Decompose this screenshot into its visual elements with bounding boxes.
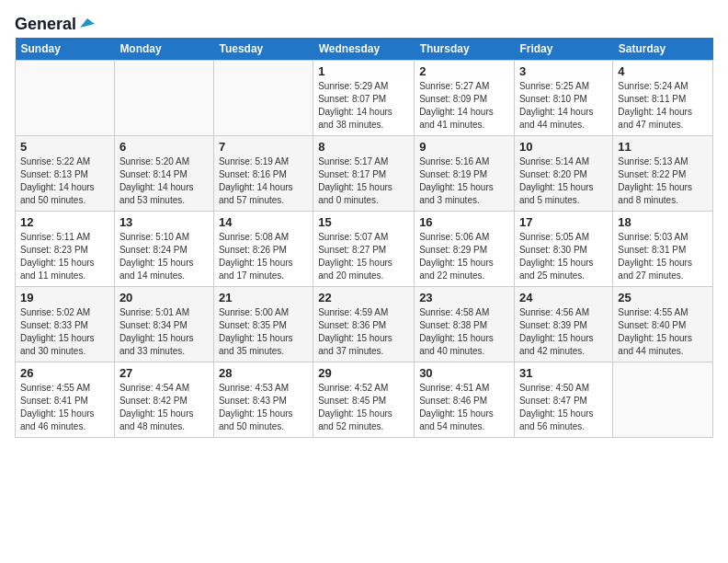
day-info: Sunrise: 5:01 AM Sunset: 8:34 PM Dayligh…: [119, 306, 209, 358]
day-number: 29: [318, 366, 409, 380]
calendar-cell: 22Sunrise: 4:59 AM Sunset: 8:36 PM Dayli…: [313, 287, 415, 362]
calendar-cell: 30Sunrise: 4:51 AM Sunset: 8:46 PM Dayli…: [415, 362, 515, 438]
day-number: 6: [119, 140, 209, 154]
day-info: Sunrise: 5:03 AM Sunset: 8:31 PM Dayligh…: [618, 231, 708, 282]
calendar-cell: 7Sunrise: 5:19 AM Sunset: 8:16 PM Daylig…: [213, 136, 313, 212]
calendar-cell: 2Sunrise: 5:27 AM Sunset: 8:09 PM Daylig…: [415, 61, 515, 136]
day-info: Sunrise: 4:58 AM Sunset: 8:38 PM Dayligh…: [419, 306, 509, 358]
logo: General: [15, 15, 95, 30]
logo-text-general: General: [15, 15, 76, 34]
day-header-thursday: Thursday: [415, 38, 515, 61]
day-header-wednesday: Wednesday: [313, 38, 415, 61]
day-number: 31: [519, 366, 608, 380]
calendar-cell: [114, 61, 213, 136]
calendar-week-1: 1Sunrise: 5:29 AM Sunset: 8:07 PM Daylig…: [16, 61, 713, 136]
day-header-sunday: Sunday: [16, 38, 115, 61]
calendar-week-4: 19Sunrise: 5:02 AM Sunset: 8:33 PM Dayli…: [16, 287, 713, 362]
calendar-cell: 26Sunrise: 4:55 AM Sunset: 8:41 PM Dayli…: [16, 362, 115, 438]
day-info: Sunrise: 5:29 AM Sunset: 8:07 PM Dayligh…: [318, 80, 409, 132]
calendar-cell: 18Sunrise: 5:03 AM Sunset: 8:31 PM Dayli…: [613, 212, 713, 287]
day-info: Sunrise: 5:07 AM Sunset: 8:27 PM Dayligh…: [318, 231, 409, 282]
day-number: 2: [419, 64, 509, 78]
day-info: Sunrise: 5:10 AM Sunset: 8:24 PM Dayligh…: [119, 231, 209, 282]
calendar-cell: 3Sunrise: 5:25 AM Sunset: 8:10 PM Daylig…: [514, 61, 612, 136]
calendar-cell: [213, 61, 313, 136]
day-info: Sunrise: 4:52 AM Sunset: 8:45 PM Dayligh…: [318, 382, 409, 433]
day-info: Sunrise: 5:14 AM Sunset: 8:20 PM Dayligh…: [519, 155, 608, 207]
calendar-cell: 24Sunrise: 4:56 AM Sunset: 8:39 PM Dayli…: [514, 287, 612, 362]
day-info: Sunrise: 4:55 AM Sunset: 8:41 PM Dayligh…: [20, 382, 109, 433]
calendar-cell: 10Sunrise: 5:14 AM Sunset: 8:20 PM Dayli…: [514, 136, 612, 212]
calendar-cell: 29Sunrise: 4:52 AM Sunset: 8:45 PM Dayli…: [313, 362, 415, 438]
day-number: 23: [419, 291, 509, 304]
day-info: Sunrise: 5:17 AM Sunset: 8:17 PM Dayligh…: [318, 155, 409, 207]
day-header-saturday: Saturday: [613, 38, 713, 61]
day-number: 15: [318, 215, 409, 229]
day-number: 5: [20, 140, 109, 154]
day-number: 3: [519, 64, 608, 78]
calendar-cell: 5Sunrise: 5:22 AM Sunset: 8:13 PM Daylig…: [16, 136, 115, 212]
calendar-cell: 28Sunrise: 4:53 AM Sunset: 8:43 PM Dayli…: [213, 362, 313, 438]
calendar-cell: 19Sunrise: 5:02 AM Sunset: 8:33 PM Dayli…: [16, 287, 115, 362]
calendar-cell: 6Sunrise: 5:20 AM Sunset: 8:14 PM Daylig…: [114, 136, 213, 212]
day-number: 25: [618, 291, 708, 304]
calendar-cell: 13Sunrise: 5:10 AM Sunset: 8:24 PM Dayli…: [114, 212, 213, 287]
day-number: 22: [318, 291, 409, 304]
day-info: Sunrise: 5:16 AM Sunset: 8:19 PM Dayligh…: [419, 155, 509, 207]
day-info: Sunrise: 5:27 AM Sunset: 8:09 PM Dayligh…: [419, 80, 509, 132]
day-number: 28: [219, 366, 308, 380]
day-info: Sunrise: 5:11 AM Sunset: 8:23 PM Dayligh…: [20, 231, 109, 282]
day-number: 13: [119, 215, 209, 229]
calendar-cell: 8Sunrise: 5:17 AM Sunset: 8:17 PM Daylig…: [313, 136, 415, 212]
calendar-week-3: 12Sunrise: 5:11 AM Sunset: 8:23 PM Dayli…: [16, 212, 713, 287]
logo-icon: [78, 17, 95, 29]
calendar-cell: 21Sunrise: 5:00 AM Sunset: 8:35 PM Dayli…: [213, 287, 313, 362]
calendar-cell: [613, 362, 713, 438]
day-info: Sunrise: 4:53 AM Sunset: 8:43 PM Dayligh…: [219, 382, 308, 433]
day-info: Sunrise: 5:24 AM Sunset: 8:11 PM Dayligh…: [618, 80, 708, 132]
day-info: Sunrise: 5:19 AM Sunset: 8:16 PM Dayligh…: [219, 155, 308, 207]
day-info: Sunrise: 4:55 AM Sunset: 8:40 PM Dayligh…: [618, 306, 708, 358]
day-info: Sunrise: 5:08 AM Sunset: 8:26 PM Dayligh…: [219, 231, 308, 282]
day-info: Sunrise: 4:54 AM Sunset: 8:42 PM Dayligh…: [119, 382, 209, 433]
calendar-cell: 27Sunrise: 4:54 AM Sunset: 8:42 PM Dayli…: [114, 362, 213, 438]
day-info: Sunrise: 4:59 AM Sunset: 8:36 PM Dayligh…: [318, 306, 409, 358]
calendar-cell: 14Sunrise: 5:08 AM Sunset: 8:26 PM Dayli…: [213, 212, 313, 287]
day-header-friday: Friday: [514, 38, 612, 61]
day-number: 4: [618, 64, 708, 78]
svg-marker-0: [80, 18, 95, 28]
day-info: Sunrise: 5:02 AM Sunset: 8:33 PM Dayligh…: [20, 306, 109, 358]
calendar-table: SundayMondayTuesdayWednesdayThursdayFrid…: [15, 38, 713, 438]
day-info: Sunrise: 5:25 AM Sunset: 8:10 PM Dayligh…: [519, 80, 608, 132]
day-number: 8: [318, 140, 409, 154]
page-header: General: [15, 15, 713, 30]
calendar-cell: 20Sunrise: 5:01 AM Sunset: 8:34 PM Dayli…: [114, 287, 213, 362]
calendar-cell: 16Sunrise: 5:06 AM Sunset: 8:29 PM Dayli…: [415, 212, 515, 287]
day-header-tuesday: Tuesday: [213, 38, 313, 61]
day-info: Sunrise: 5:06 AM Sunset: 8:29 PM Dayligh…: [419, 231, 509, 282]
day-number: 10: [519, 140, 608, 154]
header-row: SundayMondayTuesdayWednesdayThursdayFrid…: [16, 38, 713, 61]
day-number: 1: [318, 64, 409, 78]
calendar-cell: 4Sunrise: 5:24 AM Sunset: 8:11 PM Daylig…: [613, 61, 713, 136]
calendar-week-2: 5Sunrise: 5:22 AM Sunset: 8:13 PM Daylig…: [16, 136, 713, 212]
day-number: 16: [419, 215, 509, 229]
day-number: 7: [219, 140, 308, 154]
calendar-cell: 15Sunrise: 5:07 AM Sunset: 8:27 PM Dayli…: [313, 212, 415, 287]
day-number: 19: [20, 291, 109, 304]
day-number: 11: [618, 140, 708, 154]
day-number: 18: [618, 215, 708, 229]
calendar-cell: 17Sunrise: 5:05 AM Sunset: 8:30 PM Dayli…: [514, 212, 612, 287]
day-info: Sunrise: 5:22 AM Sunset: 8:13 PM Dayligh…: [20, 155, 109, 207]
day-info: Sunrise: 5:13 AM Sunset: 8:22 PM Dayligh…: [618, 155, 708, 207]
calendar-cell: 23Sunrise: 4:58 AM Sunset: 8:38 PM Dayli…: [415, 287, 515, 362]
day-info: Sunrise: 4:56 AM Sunset: 8:39 PM Dayligh…: [519, 306, 608, 358]
calendar-cell: 1Sunrise: 5:29 AM Sunset: 8:07 PM Daylig…: [313, 61, 415, 136]
day-number: 12: [20, 215, 109, 229]
day-info: Sunrise: 5:05 AM Sunset: 8:30 PM Dayligh…: [519, 231, 608, 282]
day-number: 14: [219, 215, 308, 229]
day-info: Sunrise: 5:00 AM Sunset: 8:35 PM Dayligh…: [219, 306, 308, 358]
calendar-cell: 25Sunrise: 4:55 AM Sunset: 8:40 PM Dayli…: [613, 287, 713, 362]
calendar-cell: 9Sunrise: 5:16 AM Sunset: 8:19 PM Daylig…: [415, 136, 515, 212]
calendar-cell: 31Sunrise: 4:50 AM Sunset: 8:47 PM Dayli…: [514, 362, 612, 438]
